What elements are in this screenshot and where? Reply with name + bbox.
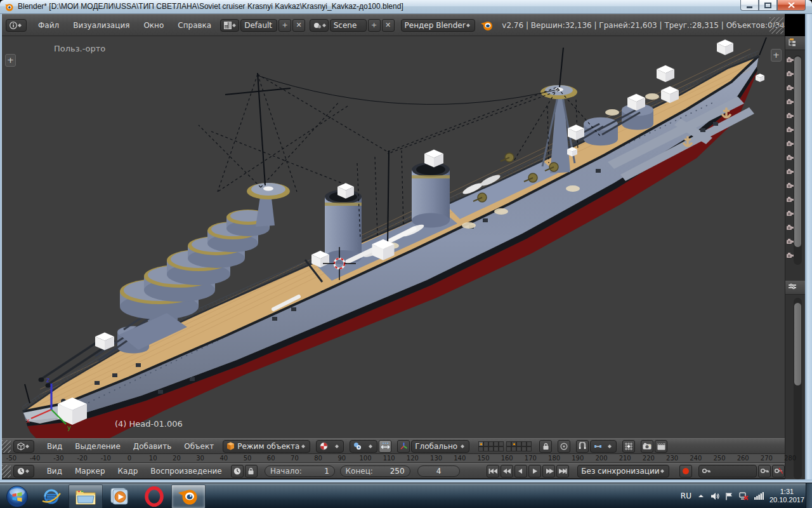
delete-key-button[interactable] <box>772 465 785 478</box>
scene-browse[interactable] <box>310 19 329 32</box>
jump-end-button[interactable] <box>556 465 569 478</box>
layout-browse[interactable] <box>220 19 239 32</box>
lock-button[interactable] <box>539 440 552 453</box>
timeline-ruler[interactable]: -50-40-30-20-100102030405060708090100110… <box>2 454 785 463</box>
taskbar-windows-explorer[interactable] <box>69 485 103 508</box>
editor-corner[interactable] <box>2 440 11 453</box>
outliner-scrollbar[interactable] <box>794 55 802 265</box>
taskbar-media-player[interactable] <box>103 485 137 508</box>
outliner-object-icon[interactable] <box>787 95 794 109</box>
scene-delete-button[interactable]: ✕ <box>382 19 395 32</box>
timeline-menu-1[interactable]: Вид <box>44 467 65 476</box>
layer-cell[interactable] <box>478 446 483 451</box>
proportional-edit-button[interactable] <box>558 440 570 453</box>
render-opengl-anim-button[interactable] <box>655 440 667 453</box>
outliner-object-icon[interactable] <box>787 109 794 123</box>
info-menu-2[interactable]: Визуализация <box>70 21 132 30</box>
manipulator-toggle[interactable] <box>379 440 391 453</box>
outliner-object-icon[interactable] <box>787 178 794 192</box>
snap-target-button[interactable] <box>622 440 635 453</box>
layer-cell[interactable] <box>511 446 516 451</box>
frame-end-field[interactable]: Конец:250 <box>340 465 410 477</box>
outliner-object-icon[interactable] <box>787 234 794 248</box>
layer-cell[interactable] <box>506 446 511 451</box>
layer-cell[interactable] <box>494 441 499 446</box>
shading-select[interactable] <box>316 440 344 453</box>
signal-icon[interactable] <box>754 492 764 500</box>
record-button[interactable] <box>679 465 692 478</box>
flag-icon[interactable] <box>725 492 733 500</box>
speaker-icon[interactable] <box>710 492 719 500</box>
time-display-button[interactable] <box>231 465 244 478</box>
scene-add-button[interactable]: + <box>368 19 381 32</box>
taskbar-blender[interactable] <box>171 485 206 508</box>
layers-grid-1[interactable] <box>478 441 504 451</box>
maximize-button[interactable] <box>759 0 777 11</box>
view3d-menu-1[interactable]: Вид <box>44 442 65 451</box>
layer-cell[interactable] <box>483 441 488 446</box>
editor-type-info[interactable] <box>6 19 27 32</box>
info-menu-3[interactable]: Окно <box>141 21 166 30</box>
view3d-menu-3[interactable]: Добавить <box>131 442 174 451</box>
frame-back-button[interactable] <box>514 465 527 478</box>
layout-name-field[interactable]: Default <box>240 19 277 32</box>
taskbar-opera[interactable] <box>137 485 171 508</box>
language-indicator[interactable]: RU <box>681 491 691 500</box>
outliner-object-icon[interactable] <box>787 137 794 150</box>
layer-cell[interactable] <box>494 446 499 451</box>
lock-frame-button[interactable] <box>245 465 258 478</box>
layer-cell[interactable] <box>488 446 494 451</box>
layer-cell[interactable] <box>516 446 521 451</box>
editor-type-3dview[interactable] <box>13 440 34 453</box>
editor-type-timeline[interactable] <box>13 465 34 478</box>
render-opengl-button[interactable] <box>641 440 653 453</box>
orientation-select[interactable]: Глобально <box>411 440 469 453</box>
keying-set-field[interactable] <box>698 465 757 478</box>
outliner-object-icon[interactable] <box>787 248 794 262</box>
layer-cell[interactable] <box>478 441 483 446</box>
layer-cell[interactable] <box>506 441 511 446</box>
properties-scrollbar[interactable] <box>794 298 802 479</box>
frame-start-field[interactable]: Начало:1 <box>265 465 335 477</box>
info-menu-4[interactable]: Справка <box>175 21 214 30</box>
properties-header[interactable] <box>785 281 805 295</box>
taskbar-internet-explorer[interactable] <box>34 485 69 508</box>
title-bar[interactable]: Blender* [D:\МОИ МОДЕЛИ\USSA\ТИП СВЕТЛАН… <box>0 0 812 14</box>
outliner-object-icon[interactable] <box>787 123 794 137</box>
frame-forward-button[interactable] <box>542 465 555 478</box>
outliner-object-icon[interactable] <box>787 164 794 178</box>
toolshelf-open-tab[interactable]: + <box>5 54 16 67</box>
outliner-object-icon[interactable] <box>787 192 794 206</box>
scene-name-field[interactable]: Scene <box>330 19 367 32</box>
outliner-object-icon[interactable] <box>787 206 794 220</box>
current-frame-field[interactable]: 4 <box>417 465 460 477</box>
layer-cell[interactable] <box>511 441 516 446</box>
jump-start-button[interactable] <box>487 465 499 478</box>
resize-corner[interactable] <box>769 17 783 34</box>
layout-delete-button[interactable]: ✕ <box>292 19 305 32</box>
start-button[interactable] <box>0 485 34 508</box>
layer-cell[interactable] <box>516 441 521 446</box>
timeline-menu-4[interactable]: Воспроизведение <box>148 467 224 476</box>
rewind-button[interactable] <box>501 465 513 478</box>
mode-select[interactable]: Режим объекта <box>223 440 310 453</box>
layers-grid-2[interactable] <box>506 441 532 451</box>
clock[interactable]: 1:31 20.10.2017 <box>769 488 804 504</box>
view3d-menu-4[interactable]: Объект <box>181 442 216 451</box>
outliner-object-icon[interactable] <box>787 67 794 81</box>
view3d-menu-2[interactable]: Выделение <box>72 442 122 451</box>
layer-cell[interactable] <box>527 446 532 451</box>
snap-toggle[interactable] <box>576 440 589 453</box>
layer-cell[interactable] <box>488 441 494 446</box>
viewport-3d[interactable]: xzy Польз.-орто (4) Head-01.006 + + <box>2 36 785 438</box>
sync-select[interactable]: Без синхронизации <box>577 465 669 478</box>
orientation-axis-button[interactable] <box>397 440 410 453</box>
editor-corner[interactable] <box>2 465 11 478</box>
outliner-object-icon[interactable] <box>787 220 794 234</box>
layer-cell[interactable] <box>521 441 527 446</box>
layer-cell[interactable] <box>527 441 532 446</box>
pivot-select[interactable] <box>350 440 377 453</box>
show-desktop-button[interactable] <box>806 483 812 508</box>
layout-add-button[interactable]: + <box>278 19 291 32</box>
info-menu-1[interactable]: Файл <box>36 21 62 30</box>
